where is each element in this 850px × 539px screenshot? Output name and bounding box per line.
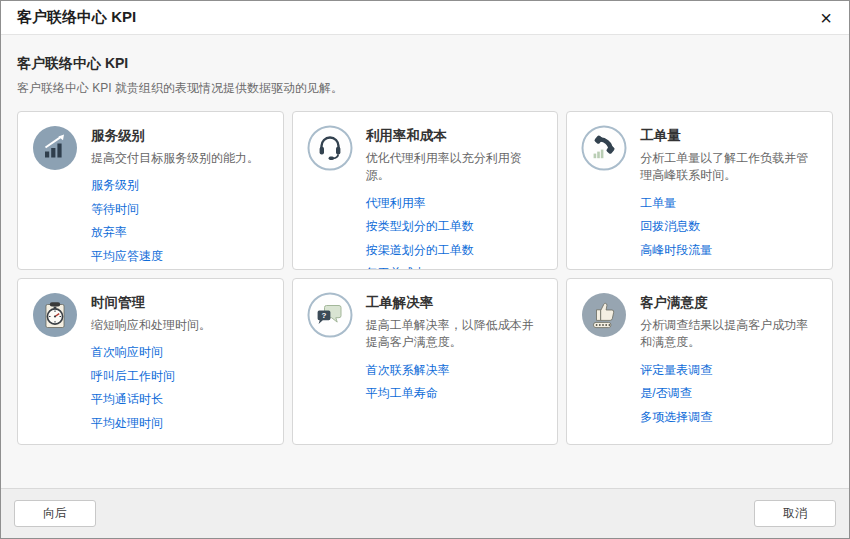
kpi-metric-link[interactable]: 代理利用率	[366, 196, 546, 210]
kpi-metric-link[interactable]: 是/否调查	[640, 386, 820, 400]
kpi-card-body: 时间管理 缩短响应和处理时间。 首次响应时间呼叫后工作时间平均通话时长平均处理时…	[91, 292, 271, 439]
kpi-card-title: 工单量	[640, 127, 820, 145]
kpi-card-title: 服务级别	[91, 127, 271, 145]
kpi-link-list: 服务级别等待时间放弃率平均应答速度	[91, 178, 271, 263]
kpi-metric-link[interactable]: 首次响应时间	[91, 345, 271, 359]
kpi-metric-link[interactable]: 平均工单寿命	[366, 386, 546, 400]
section-title: 客户联络中心 KPI	[17, 55, 833, 73]
dialog-title: 客户联络中心 KPI	[17, 8, 136, 27]
kpi-metric-link[interactable]: 平均应答速度	[91, 249, 271, 263]
kpi-card: 客户满意度 分析调查结果以提高客户成功率和满意度。 评定量表调查是/否调查多项选…	[566, 278, 833, 445]
headset-icon	[307, 125, 353, 171]
kpi-card-title: 客户满意度	[640, 294, 820, 312]
kpi-card-body: 客户满意度 分析调查结果以提高客户成功率和满意度。 评定量表调查是/否调查多项选…	[640, 292, 820, 433]
kpi-metric-link[interactable]: 高峰时段流量	[640, 243, 820, 257]
kpi-card: ? 工单解决率 提高工单解决率，以降低成本并提高客户满意度。 首次联系解决率平均…	[292, 278, 559, 445]
cancel-button[interactable]: 取消	[754, 500, 836, 527]
kpi-card-title: 时间管理	[91, 294, 271, 312]
kpi-metric-link[interactable]: 平均通话时长	[91, 392, 271, 406]
kpi-metric-link[interactable]: 放弃率	[91, 225, 271, 239]
dialog-titlebar: 客户联络中心 KPI	[1, 1, 849, 35]
kpi-link-list: 工单量回拨消息数高峰时段流量	[640, 196, 820, 257]
kpi-dialog: 客户联络中心 KPI × 客户联络中心 KPI 客户联络中心 KPI 就贵组织的…	[0, 0, 850, 539]
chart-growth-icon	[32, 125, 78, 171]
kpi-card-body: 利用率和成本 优化代理利用率以充分利用资源。 代理利用率按类型划分的工单数按渠道…	[366, 125, 546, 270]
kpi-metric-link[interactable]: 服务级别	[91, 178, 271, 192]
kpi-card-body: 工单量 分析工单量以了解工作负载并管理高峰联系时间。 工单量回拨消息数高峰时段流…	[640, 125, 820, 266]
kpi-link-list: 首次响应时间呼叫后工作时间平均通话时长平均处理时间	[91, 345, 271, 430]
kpi-link-list: 首次联系解决率平均工单寿命	[366, 363, 546, 401]
kpi-metric-link[interactable]: 等待时间	[91, 202, 271, 216]
kpi-card-grid: 服务级别 提高交付目标服务级别的能力。 服务级别等待时间放弃率平均应答速度 利用…	[17, 111, 833, 445]
kpi-metric-link[interactable]: 首次联系解决率	[366, 363, 546, 377]
kpi-metric-link[interactable]: 工单量	[640, 196, 820, 210]
phone-volume-icon	[581, 125, 627, 171]
kpi-metric-link[interactable]: 按类型划分的工单数	[366, 219, 546, 233]
kpi-metric-link[interactable]: 按渠道划分的工单数	[366, 243, 546, 257]
svg-text:?: ?	[321, 311, 326, 320]
kpi-card-description: 优化代理利用率以充分利用资源。	[366, 150, 546, 185]
kpi-metric-link[interactable]: 平均处理时间	[91, 416, 271, 430]
kpi-card-description: 分析调查结果以提高客户成功率和满意度。	[640, 317, 820, 352]
kpi-card: 工单量 分析工单量以了解工作负载并管理高峰联系时间。 工单量回拨消息数高峰时段流…	[566, 111, 833, 270]
kpi-card-description: 提高交付目标服务级别的能力。	[91, 150, 271, 167]
kpi-metric-link[interactable]: 评定量表调查	[640, 363, 820, 377]
kpi-card-description: 分析工单量以了解工作负载并管理高峰联系时间。	[640, 150, 820, 185]
kpi-metric-link[interactable]: 每工单成本	[366, 266, 546, 270]
thumbs-up-rating-icon	[581, 292, 627, 338]
kpi-card-body: 工单解决率 提高工单解决率，以降低成本并提高客户满意度。 首次联系解决率平均工单…	[366, 292, 546, 410]
kpi-card-body: 服务级别 提高交付目标服务级别的能力。 服务级别等待时间放弃率平均应答速度	[91, 125, 271, 270]
kpi-card-title: 利用率和成本	[366, 127, 546, 145]
stopwatch-clipboard-icon	[32, 292, 78, 338]
kpi-link-list: 代理利用率按类型划分的工单数按渠道划分的工单数每工单成本	[366, 196, 546, 270]
kpi-card-description: 提高工单解决率，以降低成本并提高客户满意度。	[366, 317, 546, 352]
kpi-card: 服务级别 提高交付目标服务级别的能力。 服务级别等待时间放弃率平均应答速度	[17, 111, 284, 270]
dialog-content: 客户联络中心 KPI 客户联络中心 KPI 就贵组织的表现情况提供数据驱动的见解…	[1, 35, 849, 488]
kpi-card: 利用率和成本 优化代理利用率以充分利用资源。 代理利用率按类型划分的工单数按渠道…	[292, 111, 559, 270]
kpi-card-description: 缩短响应和处理时间。	[91, 317, 271, 334]
chat-question-icon: ?	[307, 292, 353, 338]
dialog-footer: 向后 取消	[1, 488, 849, 538]
back-button[interactable]: 向后	[14, 500, 96, 527]
close-icon[interactable]: ×	[815, 7, 837, 29]
kpi-metric-link[interactable]: 多项选择调查	[640, 410, 820, 424]
kpi-link-list: 评定量表调查是/否调查多项选择调查	[640, 363, 820, 424]
kpi-card: 时间管理 缩短响应和处理时间。 首次响应时间呼叫后工作时间平均通话时长平均处理时…	[17, 278, 284, 445]
section-subtitle: 客户联络中心 KPI 就贵组织的表现情况提供数据驱动的见解。	[17, 80, 833, 97]
kpi-metric-link[interactable]: 呼叫后工作时间	[91, 369, 271, 383]
kpi-card-title: 工单解决率	[366, 294, 546, 312]
kpi-metric-link[interactable]: 回拨消息数	[640, 219, 820, 233]
